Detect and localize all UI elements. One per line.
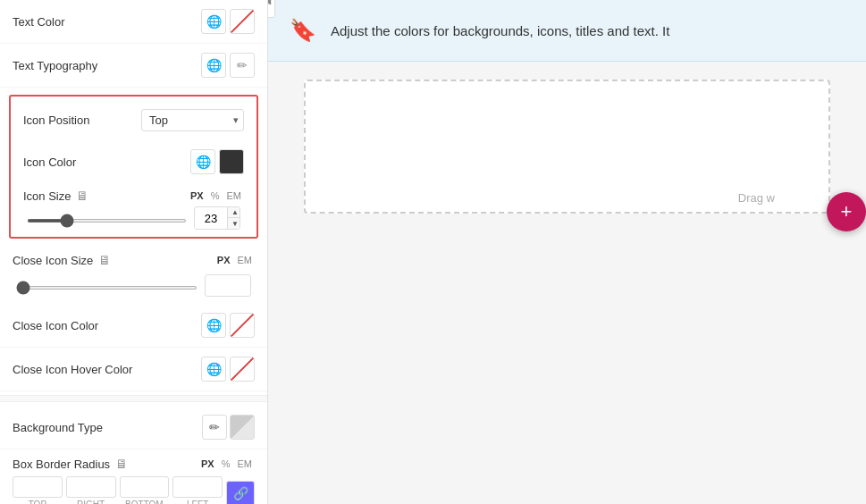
box-border-monitor-icon: 🖥 bbox=[115, 457, 128, 471]
close-icon-size-left: Close Icon Size 🖥 bbox=[13, 253, 111, 267]
icon-color-swatch[interactable] bbox=[219, 149, 244, 174]
text-typography-label: Text Typography bbox=[13, 59, 201, 72]
text-color-row: Text Color 🌐 bbox=[0, 0, 267, 44]
preview-text: Adjust the colors for backgrounds, icons… bbox=[331, 23, 669, 38]
icon-position-row: Icon Position Top Left Right Bottom ▾ bbox=[11, 100, 256, 140]
canvas-area: Drag w bbox=[304, 80, 830, 214]
close-icon-size-unit-px[interactable]: PX bbox=[214, 254, 233, 266]
bookmark-icon: 🔖 bbox=[290, 18, 316, 43]
close-icon-hover-color-icons: 🌐 bbox=[201, 357, 255, 382]
background-type-row: Background Type ✏ bbox=[0, 406, 267, 449]
border-top-wrapper: TOP bbox=[13, 476, 63, 504]
close-icon-color-swatch[interactable] bbox=[230, 313, 255, 338]
text-color-globe-btn[interactable]: 🌐 bbox=[201, 9, 226, 34]
box-border-unit-em[interactable]: EM bbox=[235, 458, 256, 470]
close-icon-hover-swatch[interactable] bbox=[230, 357, 255, 382]
icon-size-unit-pct[interactable]: % bbox=[208, 189, 223, 202]
background-type-buttons: ✏ bbox=[202, 415, 255, 440]
text-typography-icons: 🌐 ✏ bbox=[201, 53, 255, 78]
collapse-arrow-btn[interactable]: ◀ bbox=[268, 0, 275, 18]
icon-size-label-row: Icon Size 🖥 PX % EM bbox=[23, 189, 244, 203]
border-radius-label-left: Box Border Radius 🖥 bbox=[13, 457, 128, 471]
add-widget-btn[interactable]: + bbox=[827, 192, 866, 231]
text-typography-pencil-btn[interactable]: ✏ bbox=[230, 53, 255, 78]
icon-size-up-btn[interactable]: ▲ bbox=[228, 207, 240, 218]
icon-size-input[interactable] bbox=[195, 209, 227, 228]
close-icon-color-label: Close Icon Color bbox=[13, 319, 201, 332]
close-icon-color-row: Close Icon Color 🌐 bbox=[0, 304, 267, 348]
icon-size-unit-px[interactable]: PX bbox=[188, 189, 206, 202]
drag-text: Drag w bbox=[738, 191, 775, 205]
text-typography-globe-btn[interactable]: 🌐 bbox=[201, 53, 226, 78]
close-icon-size-unit-em[interactable]: EM bbox=[235, 254, 256, 266]
box-border-unit-tabs: PX % EM bbox=[198, 458, 255, 470]
left-panel: Text Color 🌐 Text Typography 🌐 ✏ Icon Po… bbox=[0, 0, 268, 504]
close-icon-hover-color-row: Close Icon Hover Color 🌐 bbox=[0, 348, 267, 391]
box-border-unit-pct[interactable]: % bbox=[219, 458, 233, 470]
icon-size-section: Icon Size 🖥 PX % EM ▲ ▼ bbox=[11, 183, 256, 233]
text-color-label: Text Color bbox=[13, 15, 201, 29]
border-radius-label-row: Box Border Radius 🖥 PX % EM bbox=[13, 457, 255, 471]
border-top-input[interactable] bbox=[13, 476, 63, 498]
close-icon-size-slider-container bbox=[16, 279, 198, 292]
border-link-btn[interactable]: 🔗 bbox=[226, 481, 255, 505]
close-icon-size-slider[interactable] bbox=[16, 286, 198, 290]
icon-size-spin-btns: ▲ ▼ bbox=[227, 207, 240, 229]
text-color-swatch[interactable] bbox=[230, 9, 255, 34]
icon-size-unit-tabs: PX % EM bbox=[188, 189, 244, 202]
icon-color-icons: 🌐 bbox=[190, 149, 244, 174]
border-bottom-input[interactable] bbox=[120, 476, 170, 498]
icon-position-label: Icon Position bbox=[23, 113, 141, 127]
icon-position-select[interactable]: Top Left Right Bottom bbox=[141, 109, 244, 131]
border-right-label: RIGHT bbox=[77, 500, 105, 504]
border-radius-inputs-row: TOP RIGHT BOTTOM LEFT 🔗 bbox=[13, 476, 255, 504]
bg-type-solid-btn[interactable]: ✏ bbox=[202, 415, 227, 440]
close-icon-color-globe-btn[interactable]: 🌐 bbox=[201, 313, 226, 338]
close-icon-hover-color-label: Close Icon Hover Color bbox=[13, 363, 201, 376]
icon-size-slider-container bbox=[27, 212, 187, 225]
icon-size-slider[interactable] bbox=[27, 219, 187, 223]
icon-position-select-wrapper: Top Left Right Bottom ▾ bbox=[141, 109, 244, 131]
close-icon-size-label-row: Close Icon Size 🖥 PX EM bbox=[13, 253, 255, 267]
border-right-wrapper: RIGHT bbox=[66, 476, 116, 504]
box-border-radius-section: Box Border Radius 🖥 PX % EM TOP RIGHT BO… bbox=[0, 449, 267, 504]
text-color-icons: 🌐 bbox=[201, 9, 255, 34]
box-border-unit-px[interactable]: PX bbox=[198, 458, 217, 470]
border-left-input[interactable] bbox=[172, 476, 223, 498]
border-bottom-label: BOTTOM bbox=[125, 500, 164, 504]
border-left-wrapper: LEFT bbox=[172, 476, 223, 504]
icon-size-down-btn[interactable]: ▼ bbox=[228, 218, 240, 229]
icon-size-unit-em[interactable]: EM bbox=[224, 189, 245, 202]
close-icon-size-label: Close Icon Size bbox=[13, 254, 93, 267]
icon-color-label: Icon Color bbox=[23, 155, 190, 169]
icon-size-left: Icon Size 🖥 bbox=[23, 189, 88, 203]
section-divider bbox=[0, 395, 267, 402]
close-monitor-icon: 🖥 bbox=[98, 253, 111, 267]
icon-size-slider-row: ▲ ▼ bbox=[23, 206, 244, 230]
close-icon-color-icons: 🌐 bbox=[201, 313, 255, 338]
background-type-label: Background Type bbox=[13, 421, 202, 434]
close-icon-size-section: Close Icon Size 🖥 PX EM bbox=[0, 246, 267, 304]
close-icon-hover-globe-btn[interactable]: 🌐 bbox=[201, 357, 226, 382]
icon-color-row: Icon Color 🌐 bbox=[11, 140, 256, 183]
close-icon-size-input[interactable] bbox=[205, 274, 251, 297]
icon-size-label: Icon Size bbox=[23, 189, 71, 203]
text-typography-row: Text Typography 🌐 ✏ bbox=[0, 44, 267, 88]
border-top-label: TOP bbox=[29, 500, 46, 504]
box-border-radius-label: Box Border Radius bbox=[13, 458, 110, 471]
bg-type-gradient-btn[interactable] bbox=[230, 415, 255, 440]
highlighted-section: Icon Position Top Left Right Bottom ▾ Ic… bbox=[9, 95, 258, 239]
border-left-label: LEFT bbox=[187, 500, 208, 504]
close-icon-size-slider-row bbox=[13, 271, 255, 300]
right-panel: ◀ 🔖 Adjust the colors for backgrounds, i… bbox=[268, 0, 866, 504]
icon-color-globe-btn[interactable]: 🌐 bbox=[190, 149, 215, 174]
preview-banner: 🔖 Adjust the colors for backgrounds, ico… bbox=[268, 0, 866, 62]
border-bottom-wrapper: BOTTOM bbox=[120, 476, 170, 504]
border-right-input[interactable] bbox=[66, 476, 116, 498]
monitor-icon: 🖥 bbox=[76, 189, 88, 203]
icon-size-number-wrapper: ▲ ▼ bbox=[194, 206, 240, 230]
close-icon-size-unit-tabs: PX EM bbox=[214, 254, 255, 266]
